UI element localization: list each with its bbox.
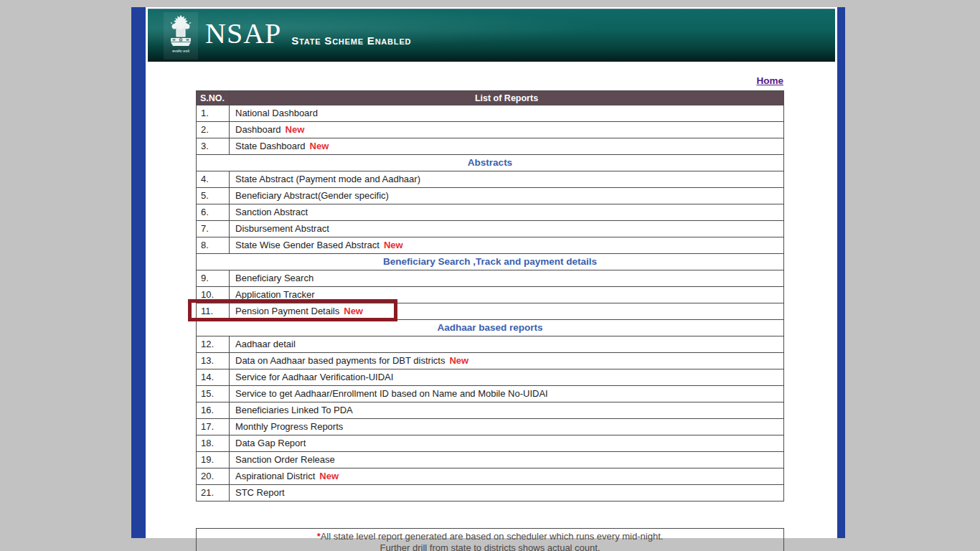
row-number: 18. [197,435,230,452]
report-link[interactable]: Dashboard [235,124,281,135]
report-link[interactable]: Aspirational District [235,471,315,481]
table-row: 17.Monthly Progress Reports [197,419,784,435]
table-row: 2.DashboardNew [197,122,784,138]
section-header-row: Abstracts [197,155,784,171]
column-header-sno: S.NO. [197,91,230,105]
table-row: 8.State Wise Gender Based AbstractNew [197,237,784,254]
top-nav: Home [146,74,783,86]
table-row: 12.Aadhaar detail [197,336,784,353]
table-row: 18.Data Gap Report [197,435,784,452]
row-number: 6. [197,204,230,221]
row-number: 14. [197,369,230,386]
report-link[interactable]: Service to get Aadhaar/Enrollment ID bas… [235,388,548,399]
new-badge: New [344,306,363,316]
report-link[interactable]: Sanction Abstract [235,207,308,217]
report-link[interactable]: Service for Aadhaar Verification-UIDAI [235,372,393,382]
table-header-row: S.NO. List of Reports [197,91,784,105]
desktop: { "header": { "app_name": "NSAP", "tagli… [0,0,980,551]
report-link[interactable]: State Wise Gender Based Abstract [235,240,380,250]
report-cell: Pension Payment DetailsNew [230,303,784,320]
report-link[interactable]: State Abstract (Payment mode and Aadhaar… [235,174,420,184]
report-cell: State Wise Gender Based AbstractNew [230,237,784,254]
table-row: 1.National Dashboard [197,105,784,122]
row-number: 5. [197,188,230,204]
report-link[interactable]: Monthly Progress Reports [235,421,343,432]
report-cell: Monthly Progress Reports [230,419,784,435]
app-title: NSAP [205,19,281,52]
table-row: 6.Sanction Abstract [197,204,784,221]
report-link[interactable]: Data Gap Report [235,438,306,448]
section-header-label: Beneficiary Search ,Track and payment de… [197,254,784,270]
report-link[interactable]: State Dashboard [235,141,306,151]
table-row: 9.Beneficiary Search [197,270,784,287]
report-cell: Sanction Abstract [230,204,784,221]
footer-note: *All state level report generated are ba… [196,528,784,551]
reports-table: S.NO. List of Reports 1.National Dashboa… [196,90,784,501]
row-number: 15. [197,386,230,402]
report-cell: Service to get Aadhaar/Enrollment ID bas… [230,386,784,402]
section-header-label: Aadhaar based reports [197,320,784,336]
india-national-emblem-icon: सत्यमेव जयते [164,12,198,60]
new-badge: New [319,471,339,481]
report-cell: Service for Aadhaar Verification-UIDAI [230,369,784,386]
new-badge: New [310,141,329,151]
report-link[interactable]: Application Tracker [235,289,315,300]
table-row: 13.Data on Aadhaar based payments for DB… [197,353,784,369]
report-link[interactable]: Beneficiary Abstract(Gender specific) [235,190,389,201]
row-number: 10. [197,287,230,303]
section-header-row: Beneficiary Search ,Track and payment de… [197,254,784,270]
row-number: 21. [197,485,230,501]
row-number: 20. [197,468,230,485]
new-badge: New [449,355,468,366]
report-cell: Data on Aadhaar based payments for DBT d… [230,353,784,369]
section-header-row: Aadhaar based reports [197,320,784,336]
report-cell: DashboardNew [230,122,784,138]
report-link[interactable]: Pension Payment Details [235,306,339,316]
app-header-banner: सत्यमेव जयते NSAP State Scheme Enabled [148,9,835,62]
table-row: 20.Aspirational DistrictNew [197,468,784,485]
table-row: 16.Beneficiaries Linked To PDA [197,402,784,419]
table-row: 14.Service for Aadhaar Verification-UIDA… [197,369,784,386]
table-row: 11.Pension Payment DetailsNew [197,303,784,320]
report-cell: Beneficiaries Linked To PDA [230,402,784,419]
new-badge: New [286,124,305,135]
report-link[interactable]: STC Report [235,487,285,498]
report-cell: State Abstract (Payment mode and Aadhaar… [230,171,784,188]
table-row: 5.Beneficiary Abstract(Gender specific) [197,188,784,204]
report-link[interactable]: National Dashboard [235,108,318,118]
row-number: 2. [197,122,230,138]
app-tagline: State Scheme Enabled [291,34,411,47]
row-number: 17. [197,419,230,435]
table-row: 10.Application Tracker [197,287,784,303]
report-link[interactable]: Beneficiaries Linked To PDA [235,405,353,415]
row-number: 11. [197,303,230,320]
row-number: 4. [197,171,230,188]
report-link[interactable]: Sanction Order Release [235,454,335,465]
emblem-motto-text: सत्यमेव जयते [171,49,189,53]
row-number: 12. [197,336,230,353]
report-cell: Aspirational DistrictNew [230,468,784,485]
report-link[interactable]: Disbursement Abstract [235,223,329,234]
row-number: 3. [197,138,230,155]
home-link[interactable]: Home [756,75,783,86]
report-link[interactable]: Aadhaar detail [235,339,296,349]
table-row: 7.Disbursement Abstract [197,221,784,237]
table-row: 15.Service to get Aadhaar/Enrollment ID … [197,386,784,402]
row-number: 8. [197,237,230,254]
new-badge: New [384,240,403,250]
footer-note-line1: *All state level report generated are ba… [197,531,783,542]
footer-note-line2: Further drill from state to districts sh… [197,542,783,551]
report-cell: National Dashboard [230,105,784,122]
row-number: 7. [197,221,230,237]
table-row: 3.State DashboardNew [197,138,784,155]
row-number: 16. [197,402,230,419]
table-row: 19.Sanction Order Release [197,452,784,468]
report-link[interactable]: Data on Aadhaar based payments for DBT d… [235,355,445,366]
report-cell: Sanction Order Release [230,452,784,468]
reports-table-wrapper: S.NO. List of Reports 1.National Dashboa… [196,90,784,501]
report-cell: Disbursement Abstract [230,221,784,237]
row-number: 1. [197,105,230,122]
page-container: सत्यमेव जयते NSAP State Scheme Enabled H… [131,7,845,538]
report-link[interactable]: Beneficiary Search [235,273,314,283]
table-row: 21.STC Report [197,485,784,501]
